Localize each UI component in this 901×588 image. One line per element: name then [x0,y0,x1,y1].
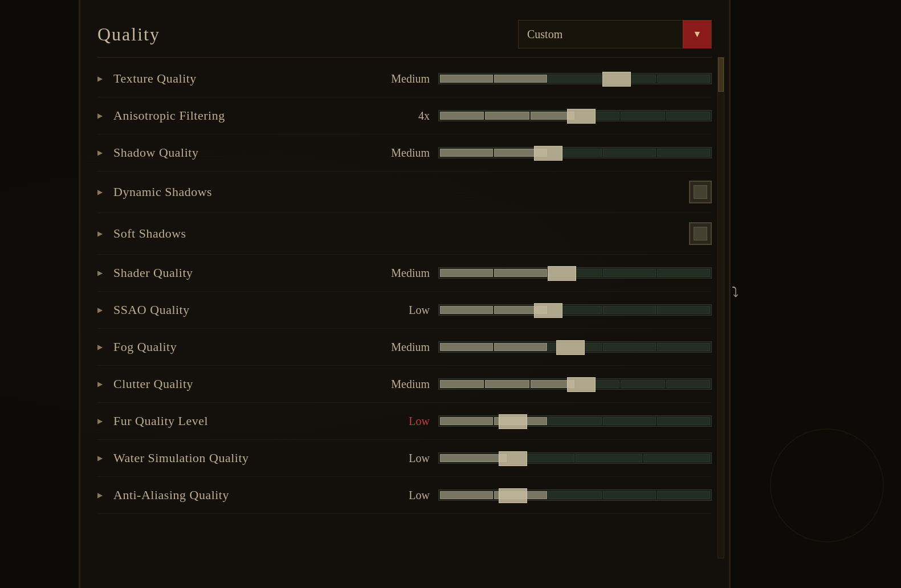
setting-value-label: Medium [387,378,438,391]
chevron-right-icon: ▶ [97,491,109,500]
setting-value-label: Medium [387,72,438,85]
mouse-cursor: ⤵ [732,285,739,300]
slider-thumb[interactable] [567,109,596,124]
setting-value-label: Low [387,489,438,502]
checkbox-container [438,181,712,203]
slider-thumb[interactable] [534,303,562,318]
slider-segment [603,417,656,425]
slider-thumb[interactable] [499,451,527,466]
setting-value-label: 4x [387,109,438,122]
setting-row: ▶Soft Shadows [97,213,712,255]
quality-slider[interactable] [438,302,712,318]
setting-name-label: SSAO Quality [113,303,387,317]
quality-slider[interactable] [438,265,712,281]
checkbox-inner [694,227,707,240]
quality-slider[interactable] [438,339,712,355]
slider-thumb[interactable] [556,340,585,355]
slider-segment [666,380,710,388]
setting-name-label: Clutter Quality [113,377,387,391]
slider-segment [603,269,656,277]
slider-thumb[interactable] [567,377,596,392]
slider-segment [440,269,493,277]
chevron-right-icon: ▶ [97,380,109,389]
slider-segment [440,306,493,314]
chevron-right-icon: ▶ [97,454,109,463]
checkbox-inner [694,185,707,199]
chevron-right-icon: ▶ [97,343,109,352]
side-panel-left [0,0,80,588]
slider-segment [603,149,656,157]
quality-slider[interactable] [438,108,712,124]
side-panel-right [729,0,901,588]
slider-segment [621,112,664,120]
setting-row: ▶Water Simulation QualityLow [97,440,712,477]
decorative-circle [770,428,884,542]
page-title: Quality [97,24,160,45]
setting-value-label: Medium [387,146,438,160]
slider-thumb[interactable] [499,488,527,503]
setting-name-label: Anti-Aliasing Quality [113,488,387,503]
setting-row: ▶Dynamic Shadows [97,172,712,213]
chevron-right-icon: ▶ [97,112,109,120]
quality-slider[interactable] [438,376,712,392]
quality-slider[interactable] [438,487,712,503]
slider-thumb[interactable] [602,72,631,87]
quality-slider[interactable] [438,450,712,466]
slider-segment [440,491,493,499]
slider-segment [643,454,710,462]
setting-name-label: Fog Quality [113,340,387,354]
chevron-right-icon: ▶ [97,417,109,426]
scrollbar-thumb[interactable] [718,58,724,92]
quality-slider[interactable] [438,145,712,161]
slider-segment [548,417,601,425]
slider-segment [494,343,547,351]
slider-thumb[interactable] [499,414,527,429]
slider-thumb[interactable] [548,266,576,281]
slider-segment [440,417,493,425]
slider-segment [485,112,529,120]
checkbox-container [438,222,712,245]
setting-name-label: Dynamic Shadows [113,185,387,199]
slider-segment [657,269,710,277]
quality-preset-dropdown[interactable]: Custom ▼ [518,20,712,48]
setting-name-label: Texture Quality [113,71,387,86]
slider-segment [440,454,507,462]
quality-slider[interactable] [438,71,712,87]
slider-segment [494,269,547,277]
slider-segment [440,380,484,388]
slider-segment [657,306,710,314]
setting-row: ▶Fur Quality LevelLow [97,403,712,440]
setting-value-label: Medium [387,267,438,280]
slider-segment [621,380,664,388]
settings-panel: Quality Custom ▼ ▶Texture QualityMedium▶… [80,0,729,588]
slider-segment [603,343,656,351]
setting-row: ▶Shadow QualityMedium [97,134,712,172]
slider-segment [603,491,656,499]
setting-name-label: Water Simulation Quality [113,451,387,466]
setting-value-label: Low [387,304,438,317]
setting-name-label: Shadow Quality [113,145,387,160]
toggle-checkbox[interactable] [689,222,712,245]
chevron-right-icon: ▶ [97,149,109,157]
slider-segment [657,343,710,351]
setting-row: ▶Clutter QualityMedium [97,366,712,403]
slider-segment [657,417,710,425]
setting-name-label: Fur Quality Level [113,414,387,428]
chevron-right-icon: ▶ [97,75,109,83]
scrollbar-track[interactable] [717,57,724,558]
setting-value-label: Low [387,452,438,465]
slider-segment [440,75,493,83]
setting-row: ▶Shader QualityMedium [97,255,712,292]
settings-header: Quality Custom ▼ [97,11,712,58]
slider-segment [657,491,710,499]
chevron-right-icon: ▶ [97,188,109,197]
slider-segment [440,343,493,351]
setting-row: ▶Texture QualityMedium [97,60,712,97]
slider-segment [666,112,710,120]
quality-slider[interactable] [438,413,712,429]
settings-list: ▶Texture QualityMedium▶Anisotropic Filte… [97,60,712,514]
toggle-checkbox[interactable] [689,181,712,203]
dropdown-arrow-icon[interactable]: ▼ [683,20,711,48]
slider-thumb[interactable] [534,146,562,161]
setting-row: ▶Fog QualityMedium [97,329,712,366]
